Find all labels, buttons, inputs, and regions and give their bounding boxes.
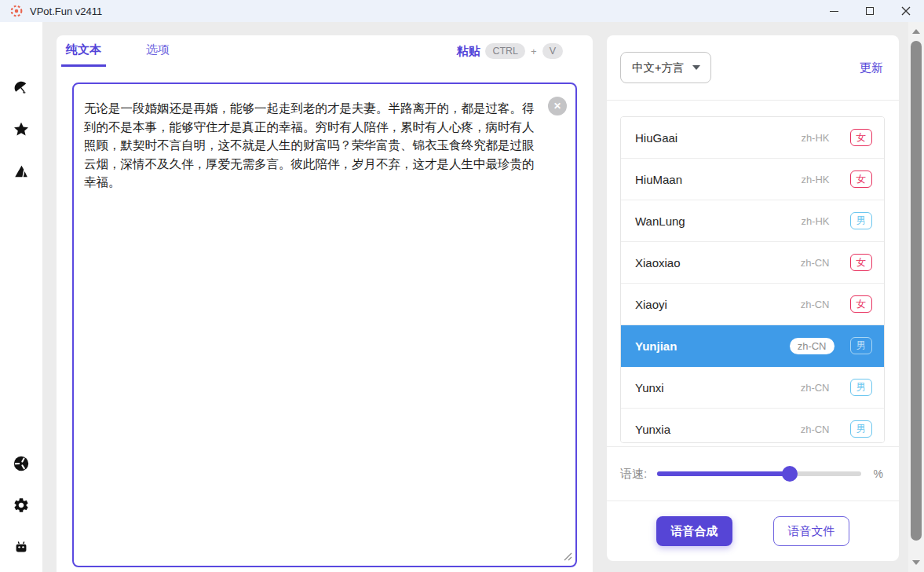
voice-row[interactable]: HiuGaaizh-HK女: [621, 117, 884, 159]
mountain-icon[interactable]: [13, 163, 30, 180]
app-title: VPot.Fun v2411: [30, 6, 102, 17]
rate-slider-thumb[interactable]: [782, 466, 798, 482]
minimize-button[interactable]: [816, 0, 852, 22]
window-controls: [816, 0, 924, 22]
voice-row[interactable]: WanLungzh-HK男: [621, 200, 884, 242]
language-filter-dropdown[interactable]: 中文+方言: [620, 52, 711, 83]
rate-label: 语速:: [620, 467, 647, 482]
voice-language: zh-HK: [801, 132, 829, 144]
gender-badge: 男: [850, 212, 873, 229]
chevron-down-icon: [692, 65, 700, 70]
synthesize-button[interactable]: 语音合成: [656, 516, 732, 546]
maximize-icon: [866, 7, 874, 15]
close-icon: [901, 6, 911, 16]
voice-row[interactable]: Yunxizh-CN男: [621, 367, 884, 409]
tabbar: 纯文本 选项 粘贴 CTRL + V: [57, 35, 593, 67]
tab-options[interactable]: 选项: [141, 35, 174, 67]
aperture-icon[interactable]: [13, 455, 30, 472]
voice-name: Yunxi: [635, 381, 664, 394]
voice-panel-header: 中文+方言 更新: [607, 35, 899, 101]
gender-badge: 女: [850, 254, 873, 271]
voice-language: zh-CN: [801, 257, 830, 269]
voice-file-button[interactable]: 语音文件: [773, 516, 849, 546]
voice-row[interactable]: Yunxiazh-CN男: [621, 409, 884, 443]
star-icon[interactable]: [13, 121, 30, 138]
voice-row[interactable]: Xiaoxiaozh-CN女: [621, 242, 884, 284]
gender-badge: 男: [850, 379, 873, 396]
voice-name: HiuMaan: [635, 173, 682, 186]
tab-plain-text[interactable]: 纯文本: [61, 35, 106, 67]
umbrella-icon[interactable]: [13, 79, 30, 97]
gender-badge: 女: [850, 129, 873, 146]
text-input[interactable]: 无论是一段婚姻还是再婚，能够一起走到老的才是夫妻。半路离开的，都是过客。得到的不…: [72, 82, 577, 567]
sidebar: [0, 22, 42, 572]
editor-area: 无论是一段婚姻还是再婚，能够一起走到老的才是夫妻。半路离开的，都是过客。得到的不…: [72, 82, 577, 567]
voice-language: zh-CN: [790, 338, 835, 354]
actions-bar: 语音合成 语音文件: [607, 500, 899, 561]
gender-badge: 女: [850, 295, 873, 313]
paste-button[interactable]: 粘贴: [456, 44, 480, 59]
rate-section: 语速: %: [607, 446, 899, 500]
clear-text-button[interactable]: ✕: [548, 97, 567, 116]
ctrl-key-badge: CTRL: [485, 43, 525, 59]
maximize-button[interactable]: [852, 0, 888, 22]
voice-name: HiuGaai: [635, 131, 677, 145]
v-key-badge: V: [542, 43, 563, 59]
voice-row[interactable]: Yunjianzh-CN男: [621, 325, 884, 367]
minimize-icon: [830, 11, 838, 12]
plus-sign: +: [531, 46, 537, 57]
rate-slider-fill: [657, 471, 790, 476]
resize-handle-icon[interactable]: [564, 552, 572, 561]
refresh-link[interactable]: 更新: [860, 60, 883, 75]
scroll-down-arrow-icon[interactable]: [912, 560, 920, 565]
app-logo-icon: [9, 4, 24, 18]
gender-badge: 女: [850, 170, 873, 188]
titlebar: VPot.Fun v2411: [0, 0, 924, 22]
scrollbar-thumb[interactable]: [911, 41, 922, 541]
voice-list: HiuGaaizh-HK女HiuMaanzh-HK女WanLungzh-HK男X…: [620, 116, 885, 443]
voice-language: zh-CN: [801, 424, 830, 435]
window-scrollbar[interactable]: [908, 22, 924, 572]
app-window: VPot.Fun v2411 纯文本: [0, 0, 924, 572]
voice-name: Yunxia: [635, 423, 670, 436]
gender-badge: 男: [850, 337, 873, 354]
robot-icon[interactable]: [13, 538, 30, 556]
language-filter-value: 中文+方言: [632, 60, 684, 75]
voice-name: Xiaoyi: [635, 298, 667, 311]
voice-name: WanLung: [635, 214, 685, 228]
voice-row[interactable]: Xiaoyizh-CN女: [621, 284, 884, 325]
rate-unit: %: [874, 468, 883, 480]
voice-name: Xiaoxiao: [635, 256, 681, 270]
scroll-up-arrow-icon[interactable]: [912, 29, 920, 34]
close-button[interactable]: [888, 0, 924, 22]
voice-language: zh-CN: [801, 382, 830, 394]
voice-language: zh-HK: [801, 174, 829, 185]
gender-badge: 男: [850, 420, 873, 438]
voice-row[interactable]: HiuMaanzh-HK女: [621, 159, 884, 200]
gear-icon[interactable]: [13, 497, 30, 514]
editor-panel: 纯文本 选项 粘贴 CTRL + V 无论是一段婚姻还是再婚，能够一起走到老的才…: [57, 35, 593, 572]
voice-panel: 中文+方言 更新 HiuGaaizh-HK女HiuMaanzh-HK女WanLu…: [607, 35, 899, 561]
voice-name: Yunjian: [635, 339, 677, 353]
voice-language: zh-CN: [801, 299, 830, 310]
paste-hint: 粘贴 CTRL + V: [456, 35, 563, 67]
rate-slider[interactable]: [657, 466, 860, 482]
voice-language: zh-HK: [801, 215, 829, 227]
